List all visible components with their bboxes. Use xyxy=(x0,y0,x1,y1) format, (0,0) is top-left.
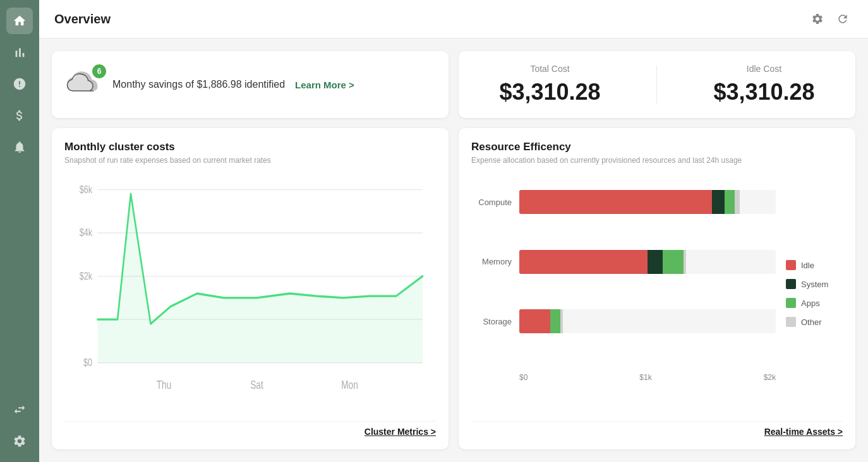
learn-more-link[interactable]: Learn More > xyxy=(295,80,354,90)
bar-segment-storage-idle xyxy=(519,309,550,333)
monthly-chart-footer: Cluster Metrics > xyxy=(64,421,436,437)
bar-segment-memory-apps xyxy=(663,250,683,274)
legend-item-other: Other xyxy=(786,317,843,327)
sidebar xyxy=(0,0,39,462)
svg-text:Sat: Sat xyxy=(250,379,263,391)
legend-color-system xyxy=(786,279,796,289)
svg-text:Mon: Mon xyxy=(341,379,358,391)
real-time-assets-link[interactable]: Real-time Assets > xyxy=(764,427,843,437)
cost-card: Total Cost $3,310.28 Idle Cost $3,310.28 xyxy=(459,51,855,118)
line-chart-svg: $6k $4k $2k $0 Thu Sat Mon xyxy=(64,172,436,415)
bar-track-compute xyxy=(519,190,776,214)
monthly-chart-title: Monthly cluster costs xyxy=(64,141,436,153)
refresh-button[interactable] xyxy=(833,9,853,29)
bar-segment-storage-apps xyxy=(550,309,560,333)
chart-legend: Idle System Apps Other xyxy=(786,172,843,415)
bar-x-label-1k: $1k xyxy=(639,373,651,382)
bar-segment-memory-idle xyxy=(519,250,648,274)
bar-segment-compute-idle xyxy=(519,190,712,214)
bar-row-storage: Storage xyxy=(471,309,776,333)
resource-title: Resource Efficency xyxy=(471,141,843,153)
resource-card-footer: Real-time Assets > xyxy=(471,421,843,437)
savings-card: 6 Monthy savings of $1,886.98 identified… xyxy=(52,51,449,118)
svg-text:Thu: Thu xyxy=(157,379,171,391)
bar-track-storage xyxy=(519,309,776,333)
bar-x-axis: $0 $1k $2k xyxy=(471,373,776,382)
bar-label-memory: Memory xyxy=(471,257,512,266)
settings-button[interactable] xyxy=(807,9,828,29)
legend-label-idle: Idle xyxy=(801,261,814,270)
legend-item-apps: Apps xyxy=(786,298,843,308)
svg-text:$0: $0 xyxy=(83,357,92,369)
sidebar-item-settings[interactable] xyxy=(6,428,33,454)
legend-item-idle: Idle xyxy=(786,260,843,270)
bar-segment-compute-other xyxy=(735,190,740,214)
total-cost-value: $3,310.28 xyxy=(499,79,600,105)
bar-segment-storage-other xyxy=(560,309,563,333)
idle-cost-item: Idle Cost $3,310.28 xyxy=(713,64,814,105)
sidebar-item-notifications[interactable] xyxy=(6,134,33,160)
total-cost-item: Total Cost $3,310.28 xyxy=(499,64,600,105)
resource-card: Resource Efficency Expense allocation ba… xyxy=(459,128,855,449)
bar-chart-container: Compute Memory xyxy=(471,172,843,415)
sidebar-item-alert[interactable] xyxy=(6,71,33,97)
cloud-icon-wrap: 6 xyxy=(64,68,102,101)
legend-color-apps xyxy=(786,298,796,308)
bar-chart-area: Compute Memory xyxy=(471,172,776,415)
total-cost-label: Total Cost xyxy=(499,64,600,74)
legend-label-other: Other xyxy=(801,317,822,327)
bar-segment-memory-other xyxy=(684,250,686,274)
monthly-chart-area: $6k $4k $2k $0 Thu Sat Mon xyxy=(64,172,436,415)
monthly-chart-card: Monthly cluster costs Snapshot of run ra… xyxy=(52,128,449,449)
header-actions xyxy=(807,9,853,29)
header: Overview xyxy=(39,0,868,38)
legend-label-system: System xyxy=(801,280,828,289)
legend-item-system: System xyxy=(786,279,843,289)
idle-cost-value: $3,310.28 xyxy=(713,79,814,105)
bar-label-storage: Storage xyxy=(471,317,512,326)
svg-text:$6k: $6k xyxy=(80,184,93,195)
bar-segment-compute-system xyxy=(712,190,725,214)
bar-row-memory: Memory xyxy=(471,250,776,274)
savings-message: Monthy savings of $1,886.98 identified xyxy=(112,79,285,90)
bar-x-label-0: $0 xyxy=(519,373,527,382)
sidebar-item-chart[interactable] xyxy=(6,39,33,66)
page-title: Overview xyxy=(54,12,111,27)
bar-segment-compute-apps xyxy=(725,190,735,214)
svg-text:$4k: $4k xyxy=(80,227,93,239)
svg-text:$2k: $2k xyxy=(80,270,93,281)
cost-divider xyxy=(656,66,657,104)
bar-row-compute: Compute xyxy=(471,190,776,214)
resource-subtitle: Expense allocation based on currently pr… xyxy=(471,156,843,165)
savings-badge: 6 xyxy=(92,64,106,78)
monthly-chart-subtitle: Snapshot of run rate expenses based on c… xyxy=(64,156,436,165)
idle-cost-label: Idle Cost xyxy=(713,64,814,74)
legend-label-apps: Apps xyxy=(801,299,820,308)
svg-marker-12 xyxy=(98,194,423,362)
sidebar-item-home[interactable] xyxy=(6,8,33,34)
sidebar-item-transfer[interactable] xyxy=(6,396,33,423)
legend-color-idle xyxy=(786,260,796,270)
bar-x-label-2k: $2k xyxy=(764,373,776,382)
sidebar-item-cost[interactable] xyxy=(6,102,33,129)
content-grid: 6 Monthy savings of $1,886.98 identified… xyxy=(39,38,868,462)
bar-label-compute: Compute xyxy=(471,198,512,207)
main-content: Overview 6 Monthy savings of $1,886.98 i… xyxy=(39,0,868,462)
legend-color-other xyxy=(786,317,796,327)
bar-track-memory xyxy=(519,250,776,274)
bar-segment-memory-system xyxy=(648,250,663,274)
cluster-metrics-link[interactable]: Cluster Metrics > xyxy=(365,427,436,437)
